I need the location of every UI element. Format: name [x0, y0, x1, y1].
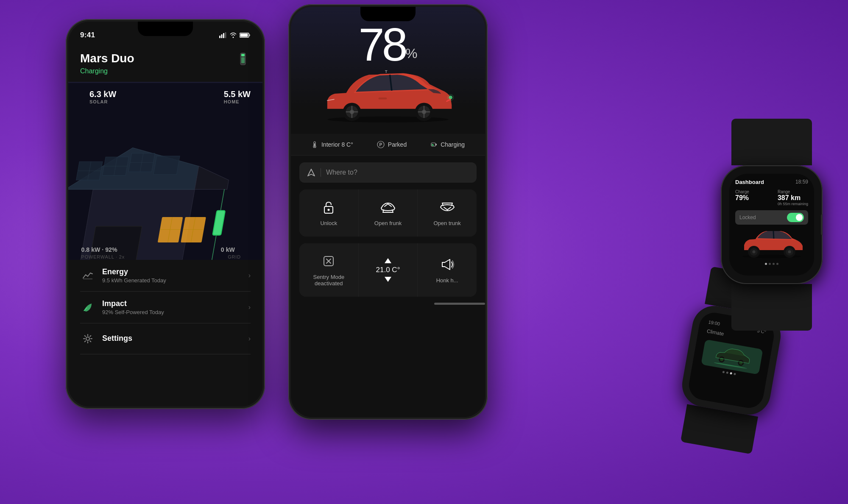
climate-car-mini-svg — [711, 344, 752, 370]
svg-rect-3 — [225, 32, 226, 38]
solar-label: 6.3 kW SOLAR — [89, 89, 116, 104]
signal-icon — [219, 32, 227, 38]
status-icons — [219, 32, 251, 38]
watch-band-top — [731, 119, 812, 165]
trunk-icon — [439, 200, 456, 215]
watch-screen-dashboard: Dashboard 18:59 Charge 79% Range 387 km … — [729, 174, 814, 276]
battery-percent: 78 — [359, 18, 405, 70]
watch-range-stat: Range 387 km 0h 55m remaining — [778, 189, 808, 206]
sentry-button[interactable]: Sentry Mode deactivated — [299, 243, 358, 297]
unlock-button[interactable]: Unlock — [299, 189, 358, 237]
battery-sign: % — [405, 46, 417, 61]
trunk-label: Open trunk — [434, 220, 461, 226]
watch-container: 19:00 5 C° Climate — [721, 119, 823, 331]
menu-item-settings[interactable]: Settings › — [80, 323, 251, 354]
watch-band-bot — [731, 284, 812, 331]
svg-line-72 — [433, 145, 433, 146]
watch-front-main: Dashboard 18:59 Charge 79% Range 387 km … — [721, 119, 823, 331]
svg-point-95 — [788, 251, 791, 253]
lock-icon — [321, 200, 336, 215]
menu-item-energy[interactable]: Energy 9.5 kWh Generated Today › — [80, 260, 251, 292]
watch-crown — [821, 214, 823, 235]
svg-rect-64 — [314, 143, 315, 146]
dot3-active — [730, 372, 732, 375]
range-value: 387 km — [778, 194, 808, 202]
parking-icon: P — [377, 141, 385, 148]
climate-time: 19:00 — [708, 319, 720, 326]
left-header: Mars Duo Charging — [80, 51, 251, 75]
svg-rect-16 — [153, 156, 180, 175]
watch-car-mini — [735, 229, 808, 259]
solar-value: 6.3 kW — [89, 89, 116, 99]
car-status-bar: Interior 8 C° P Parked Charging — [291, 134, 485, 156]
gear-icon — [80, 331, 95, 346]
thermometer-icon — [311, 141, 318, 148]
dot1 — [722, 371, 725, 373]
app-header-text: Mars Duo Charging — [80, 51, 134, 75]
controls-row2: Sentry Mode deactivated 21.0 C° — [299, 243, 477, 297]
controls-row1: Unlock Open frunk — [299, 189, 477, 237]
impact-title: Impact — [102, 299, 248, 308]
honk-button[interactable]: Honk h... — [418, 243, 477, 297]
temp-up-icon[interactable] — [383, 256, 393, 265]
tesla-car-svg: T — [316, 62, 460, 125]
svg-text:0 kW: 0 kW — [221, 246, 235, 253]
left-content: Mars Duo Charging 6.3 kW SOLAR — [68, 43, 262, 354]
impact-chevron: › — [248, 304, 251, 311]
svg-text:0.8 kW · 92%: 0.8 kW · 92% — [81, 246, 117, 253]
home-label: 5.5 kW HOME — [224, 89, 251, 104]
notch-left — [138, 22, 193, 36]
car-section: 78% — [291, 7, 485, 134]
battery-icon — [240, 32, 251, 38]
home-indicator — [434, 303, 485, 305]
svg-rect-68 — [431, 143, 435, 146]
open-frunk-button[interactable]: Open frunk — [359, 189, 418, 237]
watch-dot-2 — [769, 263, 771, 265]
charging-icon — [430, 141, 437, 148]
menu-item-impact[interactable]: Impact 92% Self-Powered Today › — [80, 292, 251, 323]
svg-point-41 — [86, 337, 89, 340]
energy-chevron: › — [248, 272, 251, 279]
svg-rect-8 — [241, 54, 245, 56]
parked-status: P Parked — [377, 141, 407, 148]
settings-chevron: › — [248, 335, 251, 342]
settings-menu-text: Settings — [102, 334, 248, 343]
locked-toggle[interactable] — [787, 213, 804, 222]
where-to-placeholder: Where to? — [326, 169, 357, 176]
sentry-icon — [321, 253, 336, 269]
dot4 — [734, 373, 736, 375]
powerwall-icon-header[interactable] — [235, 51, 251, 67]
svg-text:POWERWALL · 2x: POWERWALL · 2x — [81, 254, 125, 259]
home-unit: HOME — [224, 99, 251, 104]
watch-locked-bar[interactable]: Locked — [735, 210, 808, 225]
settings-title: Settings — [102, 334, 248, 343]
range-label: Range — [778, 189, 808, 194]
open-trunk-button[interactable]: Open trunk — [418, 189, 477, 237]
watch-dot-4 — [776, 263, 778, 265]
nav-divider — [321, 168, 321, 177]
watch-stats-row: Charge 79% Range 387 km 0h 55m remaining — [729, 188, 814, 208]
where-to-bar[interactable]: Where to? — [299, 162, 477, 183]
range-subvalue: 0h 55m remaining — [778, 202, 808, 206]
frunk-label: Open frunk — [374, 220, 402, 226]
temp-down-icon[interactable] — [383, 275, 393, 284]
honk-label: Honk h... — [436, 277, 458, 284]
svg-rect-69 — [435, 144, 437, 145]
impact-subtitle: 92% Self-Powered Today — [102, 309, 248, 315]
svg-rect-1 — [221, 34, 223, 38]
chart-icon — [80, 268, 95, 283]
svg-point-74 — [328, 209, 330, 211]
leaf-icon — [80, 300, 95, 315]
energy-title: Energy — [102, 267, 248, 276]
charging-status-item: Charging — [430, 141, 465, 148]
temp-button[interactable]: 21.0 C° — [359, 243, 418, 297]
charging-status: Charging — [80, 67, 134, 75]
home-value: 5.5 kW — [224, 89, 251, 99]
watch-title: Dashboard — [735, 179, 764, 185]
watch-car-mini-svg — [738, 229, 806, 259]
wifi-icon — [229, 32, 237, 38]
impact-menu-text: Impact 92% Self-Powered Today — [102, 299, 248, 315]
charging-text: Charging — [441, 141, 465, 148]
notch-right — [360, 7, 416, 21]
svg-text:GRID: GRID — [228, 254, 241, 259]
